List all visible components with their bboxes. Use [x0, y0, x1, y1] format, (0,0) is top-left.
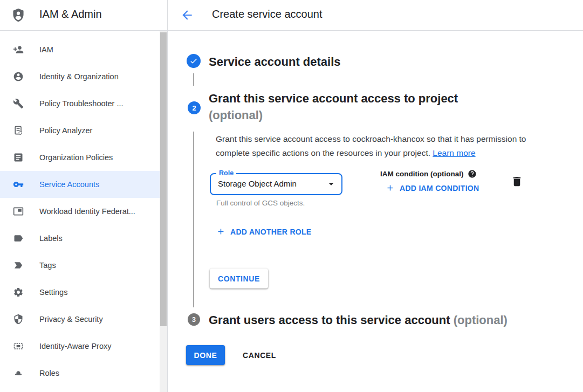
- wrench-icon: [13, 98, 24, 109]
- step-connector-line: [193, 73, 194, 86]
- iam-condition-row: IAM condition (optional): [380, 169, 477, 178]
- step2-title-text: Grant this service account access to pro…: [209, 90, 458, 107]
- continue-button[interactable]: CONTINUE: [210, 269, 268, 288]
- document-lines-icon: [13, 152, 24, 163]
- service-account-key-icon: [13, 179, 24, 190]
- iam-condition-label: IAM condition (optional): [380, 170, 463, 178]
- person-circle-icon: [13, 71, 24, 82]
- sidebar-item-label: Policy Troubleshooter ...: [39, 99, 124, 108]
- step2-description-text: Grant this service account access to coc…: [216, 134, 526, 157]
- sidebar-item-labels[interactable]: Labels: [0, 225, 160, 252]
- hat-icon: [13, 368, 24, 379]
- step3-title-text: Grant users access to this service accou…: [209, 313, 450, 327]
- gear-icon: [13, 287, 24, 298]
- proxy-icon: [13, 341, 24, 352]
- step3-number-badge: 3: [188, 313, 200, 326]
- sidebar-content-divider: [167, 0, 168, 392]
- sidebar-item-label: Roles: [39, 369, 59, 377]
- learn-more-link[interactable]: Learn more: [433, 148, 475, 157]
- shield-icon: [13, 314, 24, 325]
- sidebar-item-identity-aware-proxy[interactable]: Identity-Aware Proxy: [0, 333, 160, 360]
- app-title: IAM & Admin: [39, 8, 102, 20]
- iam-shield-icon: [11, 8, 26, 23]
- sidebar-item-policy-analyzer[interactable]: Policy Analyzer: [0, 117, 160, 144]
- sidebar-item-iam[interactable]: IAM: [0, 36, 160, 63]
- step2-optional-label: (optional): [209, 107, 458, 123]
- tag-arrow-icon: [13, 260, 24, 271]
- identity-card-icon: [13, 206, 24, 217]
- top-app-bar: IAM & Admin Create service account: [0, 0, 583, 31]
- add-another-role-label: ADD ANOTHER ROLE: [230, 228, 312, 236]
- role-select[interactable]: Role Storage Object Admin: [210, 173, 342, 195]
- step2-title: Grant this service account access to pro…: [209, 90, 458, 123]
- sidebar-item-label: Tags: [39, 261, 56, 270]
- create-service-account-form: Service account details 2 Grant this ser…: [168, 31, 583, 392]
- sidebar-item-label: Identity & Organization: [39, 72, 119, 81]
- sidebar-item-identity-organization[interactable]: Identity & Organization: [0, 63, 160, 90]
- step1-completed-badge: [187, 54, 201, 68]
- label-tag-icon: [13, 233, 24, 244]
- trash-icon[interactable]: [511, 175, 523, 188]
- sidebar-item-label: Labels: [39, 234, 63, 243]
- sidebar-nav: IAM Identity & Organization Policy Troub…: [0, 31, 160, 392]
- role-field-label: Role: [216, 169, 236, 177]
- page-title: Create service account: [212, 8, 323, 20]
- sidebar-item-privacy-security[interactable]: Privacy & Security: [0, 306, 160, 333]
- sidebar-item-label: Settings: [39, 288, 67, 297]
- step3-optional-label: (optional): [454, 313, 507, 327]
- sidebar-item-policy-troubleshooter[interactable]: Policy Troubleshooter ...: [0, 90, 160, 117]
- back-arrow-icon[interactable]: [180, 8, 194, 22]
- sidebar-item-label: Organization Policies: [39, 153, 113, 162]
- done-button[interactable]: DONE: [186, 345, 225, 365]
- chevron-down-icon: [325, 178, 337, 190]
- role-helper-text: Full control of GCS objects.: [216, 199, 305, 207]
- sidebar-item-label: Policy Analyzer: [39, 126, 92, 135]
- help-icon[interactable]: [468, 169, 477, 178]
- add-another-role-button[interactable]: ADD ANOTHER ROLE: [216, 227, 312, 236]
- sidebar-item-service-accounts[interactable]: Service Accounts: [0, 171, 160, 198]
- sidebar-item-label: Workload Identity Federat...: [39, 207, 135, 216]
- sidebar-item-label: Service Accounts: [39, 180, 99, 189]
- sidebar-item-label: Identity-Aware Proxy: [39, 342, 112, 350]
- step3-number: 3: [192, 316, 196, 324]
- check-icon: [189, 57, 198, 65]
- plus-icon: [216, 227, 225, 236]
- step2-number: 2: [192, 104, 196, 112]
- plus-icon: [386, 183, 395, 192]
- step3-title: Grant users access to this service accou…: [209, 312, 507, 328]
- step2-description: Grant this service account access to coc…: [216, 132, 535, 160]
- policy-analyzer-icon: [13, 125, 24, 136]
- sidebar-item-organization-policies[interactable]: Organization Policies: [0, 144, 160, 171]
- person-add-icon: [13, 44, 24, 55]
- add-iam-condition-button[interactable]: ADD IAM CONDITION: [386, 183, 479, 192]
- sidebar-scrollbar-thumb[interactable]: [160, 32, 167, 326]
- sidebar-item-workload-identity-federation[interactable]: Workload Identity Federat...: [0, 198, 160, 225]
- sidebar-item-roles[interactable]: Roles: [0, 360, 160, 387]
- step1-title: Service account details: [209, 53, 341, 70]
- sidebar-item-label: IAM: [39, 45, 53, 54]
- step-connector-line: [193, 132, 194, 307]
- cancel-button[interactable]: CANCEL: [238, 345, 280, 365]
- sidebar-item-tags[interactable]: Tags: [0, 252, 160, 279]
- sidebar-item-settings[interactable]: Settings: [0, 279, 160, 306]
- add-iam-condition-label: ADD IAM CONDITION: [400, 184, 479, 192]
- step2-number-badge: 2: [188, 101, 201, 114]
- role-selected-value: Storage Object Admin: [218, 179, 297, 188]
- sidebar-item-label: Privacy & Security: [39, 315, 103, 324]
